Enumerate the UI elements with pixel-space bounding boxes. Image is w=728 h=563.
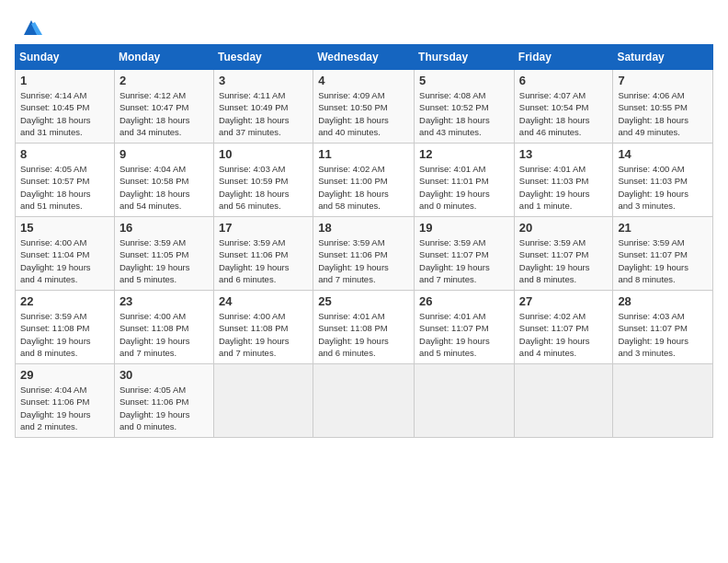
day-number: 24 [219,294,308,308]
calendar-cell [213,364,313,438]
day-info: Sunrise: 4:06 AM Sunset: 10:55 PM Daylig… [618,89,708,138]
calendar-cell: 25Sunrise: 4:01 AM Sunset: 11:08 PM Dayl… [313,291,415,364]
day-number: 9 [119,147,209,161]
calendar-cell: 28Sunrise: 4:03 AM Sunset: 11:07 PM Dayl… [613,291,713,364]
header-cell-monday: Monday [114,45,213,70]
calendar-week-row: 29Sunrise: 4:04 AM Sunset: 11:06 PM Dayl… [16,364,713,438]
day-info: Sunrise: 4:00 AM Sunset: 11:03 PM Daylig… [618,163,708,212]
day-number: 29 [20,368,109,382]
calendar-cell: 5Sunrise: 4:08 AM Sunset: 10:52 PM Dayli… [415,70,515,144]
day-number: 26 [419,294,509,308]
day-info: Sunrise: 4:05 AM Sunset: 11:06 PM Daylig… [119,384,209,432]
calendar-cell: 18Sunrise: 3:59 AM Sunset: 11:06 PM Dayl… [313,217,415,291]
day-info: Sunrise: 4:11 AM Sunset: 10:49 PM Daylig… [219,89,308,138]
calendar-cell: 1Sunrise: 4:14 AM Sunset: 10:45 PM Dayli… [16,70,115,144]
day-info: Sunrise: 4:12 AM Sunset: 10:47 PM Daylig… [119,89,209,138]
day-number: 2 [119,74,209,87]
day-info: Sunrise: 4:07 AM Sunset: 10:54 PM Daylig… [519,89,609,138]
day-info: Sunrise: 4:00 AM Sunset: 11:04 PM Daylig… [20,236,109,285]
logo-icon [18,15,44,40]
calendar-cell: 11Sunrise: 4:02 AM Sunset: 11:00 PM Dayl… [313,144,415,217]
calendar-cell: 14Sunrise: 4:00 AM Sunset: 11:03 PM Dayl… [613,144,713,217]
header-cell-saturday: Saturday [613,45,713,70]
day-info: Sunrise: 4:03 AM Sunset: 11:07 PM Daylig… [618,310,708,359]
day-number: 12 [419,147,509,161]
day-number: 10 [219,147,308,161]
day-number: 30 [119,368,209,382]
calendar-cell: 10Sunrise: 4:03 AM Sunset: 10:59 PM Dayl… [213,144,313,217]
calendar-cell: 27Sunrise: 4:02 AM Sunset: 11:07 PM Dayl… [514,291,613,364]
calendar-cell [514,364,613,438]
calendar-cell: 22Sunrise: 3:59 AM Sunset: 11:08 PM Dayl… [16,291,115,364]
day-number: 27 [519,294,609,308]
day-number: 1 [20,74,109,87]
header-cell-wednesday: Wednesday [313,45,415,70]
header-cell-sunday: Sunday [16,45,115,70]
calendar-cell: 15Sunrise: 4:00 AM Sunset: 11:04 PM Dayl… [16,217,115,291]
calendar-cell: 23Sunrise: 4:00 AM Sunset: 11:08 PM Dayl… [114,291,213,364]
header-cell-tuesday: Tuesday [213,45,313,70]
day-number: 14 [618,147,708,161]
day-number: 13 [519,147,609,161]
calendar-cell: 13Sunrise: 4:01 AM Sunset: 11:03 PM Dayl… [514,144,613,217]
day-info: Sunrise: 4:01 AM Sunset: 11:07 PM Daylig… [419,310,509,359]
calendar-week-row: 8Sunrise: 4:05 AM Sunset: 10:57 PM Dayli… [16,144,713,217]
calendar-cell: 20Sunrise: 3:59 AM Sunset: 11:07 PM Dayl… [514,217,613,291]
day-number: 5 [419,74,509,87]
day-info: Sunrise: 4:03 AM Sunset: 10:59 PM Daylig… [219,163,308,212]
day-number: 28 [618,294,708,308]
header [15,15,713,35]
day-info: Sunrise: 4:09 AM Sunset: 10:50 PM Daylig… [318,89,409,138]
day-number: 25 [318,294,409,308]
calendar-table: SundayMondayTuesdayWednesdayThursdayFrid… [15,44,713,438]
day-number: 3 [219,74,308,87]
calendar-cell: 30Sunrise: 4:05 AM Sunset: 11:06 PM Dayl… [114,364,213,438]
day-info: Sunrise: 3:59 AM Sunset: 11:07 PM Daylig… [618,236,708,285]
calendar-cell: 21Sunrise: 3:59 AM Sunset: 11:07 PM Dayl… [613,217,713,291]
day-info: Sunrise: 3:59 AM Sunset: 11:05 PM Daylig… [119,236,209,285]
day-number: 21 [618,221,708,235]
day-info: Sunrise: 4:00 AM Sunset: 11:08 PM Daylig… [119,310,209,359]
calendar-cell: 6Sunrise: 4:07 AM Sunset: 10:54 PM Dayli… [514,70,613,144]
day-number: 6 [519,74,609,87]
day-info: Sunrise: 4:04 AM Sunset: 11:06 PM Daylig… [20,384,109,432]
logo [15,15,44,35]
day-info: Sunrise: 4:14 AM Sunset: 10:45 PM Daylig… [20,89,109,138]
day-info: Sunrise: 4:01 AM Sunset: 11:01 PM Daylig… [419,163,509,212]
calendar-cell: 29Sunrise: 4:04 AM Sunset: 11:06 PM Dayl… [16,364,115,438]
calendar-cell: 24Sunrise: 4:00 AM Sunset: 11:08 PM Dayl… [213,291,313,364]
day-info: Sunrise: 4:08 AM Sunset: 10:52 PM Daylig… [419,89,509,138]
day-number: 16 [119,221,209,235]
calendar-week-row: 22Sunrise: 3:59 AM Sunset: 11:08 PM Dayl… [16,291,713,364]
calendar-cell: 7Sunrise: 4:06 AM Sunset: 10:55 PM Dayli… [613,70,713,144]
day-number: 23 [119,294,209,308]
day-info: Sunrise: 3:59 AM Sunset: 11:06 PM Daylig… [219,236,308,285]
day-number: 18 [318,221,409,235]
calendar-cell [313,364,415,438]
day-info: Sunrise: 4:05 AM Sunset: 10:57 PM Daylig… [20,163,109,212]
day-number: 15 [20,221,109,235]
calendar-header-row: SundayMondayTuesdayWednesdayThursdayFrid… [16,45,713,70]
day-number: 11 [318,147,409,161]
calendar-cell: 4Sunrise: 4:09 AM Sunset: 10:50 PM Dayli… [313,70,415,144]
calendar-cell [415,364,515,438]
day-number: 17 [219,221,308,235]
day-number: 20 [519,221,609,235]
day-number: 4 [318,74,409,87]
calendar-cell: 12Sunrise: 4:01 AM Sunset: 11:01 PM Dayl… [415,144,515,217]
day-info: Sunrise: 4:01 AM Sunset: 11:08 PM Daylig… [318,310,409,359]
day-info: Sunrise: 3:59 AM Sunset: 11:08 PM Daylig… [20,310,109,359]
calendar-cell: 2Sunrise: 4:12 AM Sunset: 10:47 PM Dayli… [114,70,213,144]
header-cell-thursday: Thursday [415,45,515,70]
calendar-cell: 16Sunrise: 3:59 AM Sunset: 11:05 PM Dayl… [114,217,213,291]
day-info: Sunrise: 4:02 AM Sunset: 11:07 PM Daylig… [519,310,609,359]
day-number: 8 [20,147,109,161]
calendar-cell: 17Sunrise: 3:59 AM Sunset: 11:06 PM Dayl… [213,217,313,291]
calendar-cell: 9Sunrise: 4:04 AM Sunset: 10:58 PM Dayli… [114,144,213,217]
day-number: 19 [419,221,509,235]
calendar-week-row: 15Sunrise: 4:00 AM Sunset: 11:04 PM Dayl… [16,217,713,291]
day-info: Sunrise: 3:59 AM Sunset: 11:07 PM Daylig… [419,236,509,285]
calendar-cell: 19Sunrise: 3:59 AM Sunset: 11:07 PM Dayl… [415,217,515,291]
calendar-cell [613,364,713,438]
calendar-week-row: 1Sunrise: 4:14 AM Sunset: 10:45 PM Dayli… [16,70,713,144]
